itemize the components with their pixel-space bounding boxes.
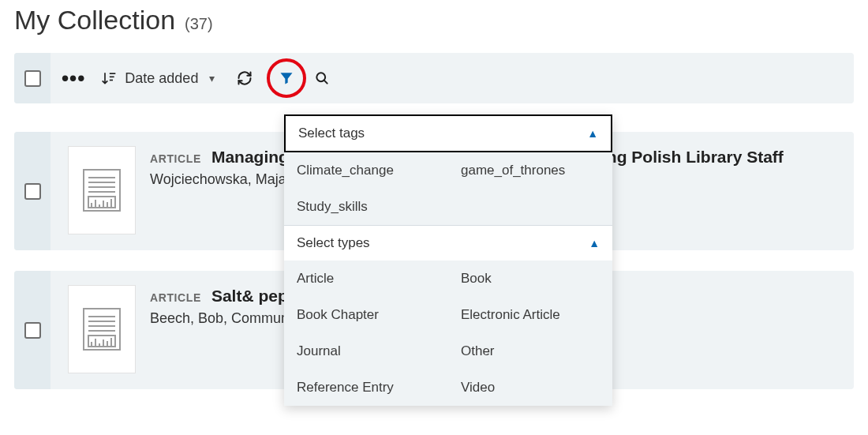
tag-option[interactable] (448, 189, 612, 225)
page-count: (37) (185, 15, 213, 33)
refresh-icon (237, 70, 253, 86)
item-checkbox[interactable] (24, 322, 41, 339)
tag-option[interactable]: Climate_change (284, 152, 448, 189)
item-thumbnail (68, 146, 136, 234)
select-tags-label: Select tags (298, 126, 365, 141)
sort-icon (101, 70, 117, 86)
item-thumbnail (68, 285, 136, 373)
type-option[interactable]: Journal (284, 333, 448, 369)
sort-button[interactable]: Date added ▾ (101, 70, 215, 87)
highlight-circle (267, 58, 306, 98)
caret-down-icon: ▾ (209, 72, 215, 84)
tag-option[interactable]: Study_skills (284, 189, 448, 225)
select-types-header[interactable]: Select types ▲ (284, 225, 612, 261)
item-checkbox[interactable] (24, 183, 41, 200)
type-option[interactable]: Article (284, 261, 448, 297)
item-kind: ARTICLE (150, 152, 201, 165)
search-button[interactable] (311, 67, 333, 89)
select-all-checkbox[interactable] (24, 70, 41, 87)
collapse-icon: ▲ (587, 127, 598, 140)
toolbar: ••• Date added ▾ (14, 53, 854, 103)
search-icon (314, 70, 330, 86)
select-all-cell[interactable] (14, 53, 51, 103)
collapse-icon: ▲ (589, 237, 600, 249)
more-actions-button[interactable]: ••• (62, 66, 85, 91)
page-title: My Collection (14, 5, 175, 36)
type-option[interactable]: Book (448, 261, 612, 297)
type-option[interactable]: Electronic Article (448, 297, 612, 333)
document-icon (82, 168, 122, 212)
refresh-button[interactable] (234, 67, 256, 89)
sort-label: Date added (125, 70, 198, 87)
type-option[interactable]: Other (448, 333, 612, 369)
type-option[interactable]: Video (448, 369, 612, 406)
filter-popover: Select tags ▲ Climate_change game_of_thr… (284, 114, 612, 406)
filter-button[interactable] (267, 58, 306, 98)
document-icon (82, 307, 122, 351)
select-types-label: Select types (297, 235, 370, 251)
svg-line-5 (324, 81, 327, 84)
item-select-cell[interactable] (14, 271, 51, 389)
item-kind: ARTICLE (150, 291, 201, 304)
type-option[interactable]: Book Chapter (284, 297, 448, 333)
select-tags-header[interactable]: Select tags ▲ (284, 114, 612, 152)
item-select-cell[interactable] (14, 132, 51, 250)
type-option[interactable]: Reference Entry (284, 369, 448, 406)
tag-option[interactable]: game_of_thrones (448, 152, 612, 189)
